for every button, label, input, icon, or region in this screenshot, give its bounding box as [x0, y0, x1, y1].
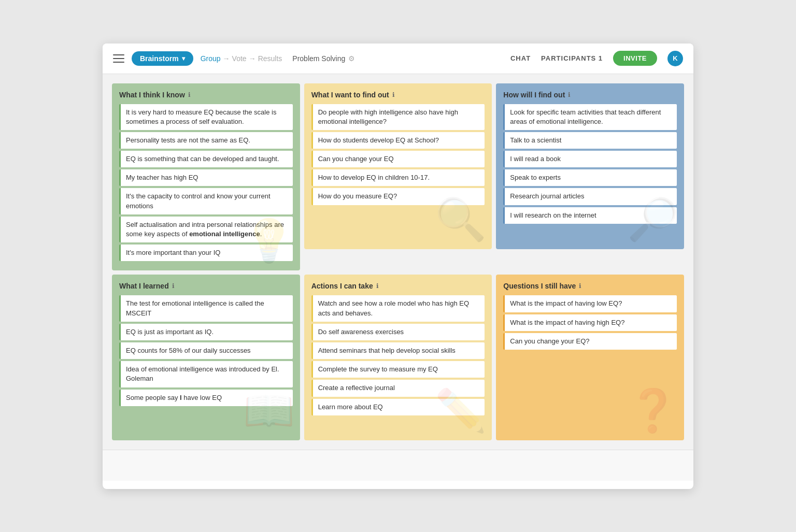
card-title-what-i-want: What I want to find out ℹ: [311, 91, 485, 99]
list-item[interactable]: The test for emotional intelligence is c…: [119, 295, 293, 321]
card-actions: Actions I can take ℹ Watch and see how a…: [304, 275, 492, 440]
brainstorm-button[interactable]: Brainstorm: [132, 51, 193, 66]
hamburger-menu[interactable]: [113, 54, 124, 63]
card-title-questions: Questions I still have ℹ: [503, 282, 677, 290]
results-nav[interactable]: Results: [258, 54, 282, 63]
nav-right: CHAT PARTICIPANTS 1 INVITE K: [510, 51, 683, 66]
list-item[interactable]: EQ counts for 58% of our daily successes: [119, 342, 293, 359]
cell-what-i-think: What I think I know ℹ It is very hard to…: [110, 81, 302, 273]
vote-nav[interactable]: Vote: [232, 54, 247, 63]
list-item[interactable]: It's more important than your IQ: [119, 245, 293, 261]
list-item[interactable]: How to develop EQ in children 10-17.: [311, 169, 485, 186]
list-item[interactable]: It's the capacity to control and know yo…: [119, 188, 293, 214]
arrow2: →: [249, 54, 256, 63]
list-item[interactable]: Can you change your EQ?: [503, 333, 677, 350]
list-item[interactable]: Can you change your EQ: [311, 151, 485, 167]
cell-what-i-want: What I want to find out ℹ Do people with…: [302, 81, 494, 273]
participants-link[interactable]: PARTICIPANTS 1: [541, 54, 603, 62]
cell-what-i-learned: What I learned ℹ The test for emotional …: [110, 272, 302, 442]
list-item[interactable]: Talk to a scientist: [503, 132, 677, 149]
invite-button[interactable]: INVITE: [613, 51, 657, 66]
cell-questions: Questions I still have ℹ What is the imp…: [494, 272, 686, 442]
card-what-i-think: What I think I know ℹ It is very hard to…: [112, 83, 300, 271]
cell-actions: Actions I can take ℹ Watch and see how a…: [302, 272, 494, 442]
arrow1: →: [223, 54, 230, 63]
info-icon-1[interactable]: ℹ: [392, 91, 395, 98]
list-item[interactable]: Look for specific team activities that t…: [503, 104, 677, 130]
list-item[interactable]: How do you measure EQ?: [311, 188, 485, 205]
list-item[interactable]: Do self awareness exercises: [311, 324, 485, 340]
list-item[interactable]: EQ is just as important as IQ.: [119, 324, 293, 340]
list-item[interactable]: Do people with high intelligence also ha…: [311, 104, 485, 130]
card-title-actions: Actions I can take ℹ: [311, 282, 485, 290]
list-item[interactable]: It is very hard to measure EQ because th…: [119, 104, 293, 130]
grid-container: What I think I know ℹ It is very hard to…: [103, 74, 693, 450]
list-item[interactable]: Idea of emotional intelligence was intro…: [119, 361, 293, 387]
chat-link[interactable]: CHAT: [510, 54, 531, 62]
info-icon-3[interactable]: ℹ: [172, 282, 175, 290]
avatar[interactable]: K: [667, 51, 683, 66]
list-item[interactable]: EQ is something that can be developed an…: [119, 151, 293, 167]
info-icon-4[interactable]: ℹ: [376, 282, 379, 290]
top-nav: Brainstorm Group → Vote → Results Proble…: [103, 44, 693, 74]
activity-name: Problem Solving ⚙: [292, 54, 355, 63]
list-item[interactable]: What is the impact of having low EQ?: [503, 295, 677, 312]
info-icon-0[interactable]: ℹ: [188, 91, 191, 98]
gear-icon[interactable]: ⚙: [348, 54, 355, 63]
list-item[interactable]: My teacher has high EQ: [119, 169, 293, 186]
main-window: Brainstorm Group → Vote → Results Proble…: [103, 44, 693, 489]
list-item[interactable]: Research journal articles: [503, 188, 677, 205]
card-what-i-want: What I want to find out ℹ Do people with…: [304, 83, 492, 249]
cell-how-will-i-find: How will I find out ℹ Look for specific …: [494, 81, 686, 273]
list-item[interactable]: What is the impact of having high EQ?: [503, 314, 677, 331]
activity-label: Problem Solving: [292, 54, 345, 63]
list-item[interactable]: Learn more about EQ: [311, 399, 485, 415]
card-title-what-i-think: What I think I know ℹ: [119, 91, 293, 99]
list-item[interactable]: Some people say I have low EQ: [119, 390, 293, 406]
list-item[interactable]: Complete the survey to measure my EQ: [311, 361, 485, 378]
list-item[interactable]: How do students develop EQ at School?: [311, 132, 485, 149]
info-icon-5[interactable]: ℹ: [579, 282, 581, 290]
card-what-i-learned: What I learned ℹ The test for emotional …: [112, 275, 300, 440]
list-item[interactable]: Watch and see how a role model who has h…: [311, 295, 485, 321]
bottom-area: [103, 450, 693, 481]
list-item[interactable]: Personality tests are not the same as EQ…: [119, 132, 293, 149]
group-nav[interactable]: Group: [201, 54, 221, 63]
card-title-how-will-i-find: How will I find out ℹ: [503, 91, 677, 99]
watermark-5: ❓: [627, 386, 679, 435]
list-item[interactable]: I will research on the internet: [503, 207, 677, 224]
card-how-will-i-find: How will I find out ℹ Look for specific …: [496, 83, 684, 249]
list-item[interactable]: Attend seminars that help develop social…: [311, 342, 485, 359]
list-item[interactable]: I will read a book: [503, 151, 677, 167]
card-title-what-i-learned: What I learned ℹ: [119, 282, 293, 290]
list-item[interactable]: Self actualisation and intra personal re…: [119, 217, 293, 242]
card-questions: Questions I still have ℹ What is the imp…: [496, 275, 684, 440]
list-item[interactable]: Speak to experts: [503, 169, 677, 186]
info-icon-2[interactable]: ℹ: [568, 91, 571, 98]
list-item[interactable]: Create a reflective journal: [311, 380, 485, 396]
nav-flow: Group → Vote → Results: [201, 54, 282, 63]
